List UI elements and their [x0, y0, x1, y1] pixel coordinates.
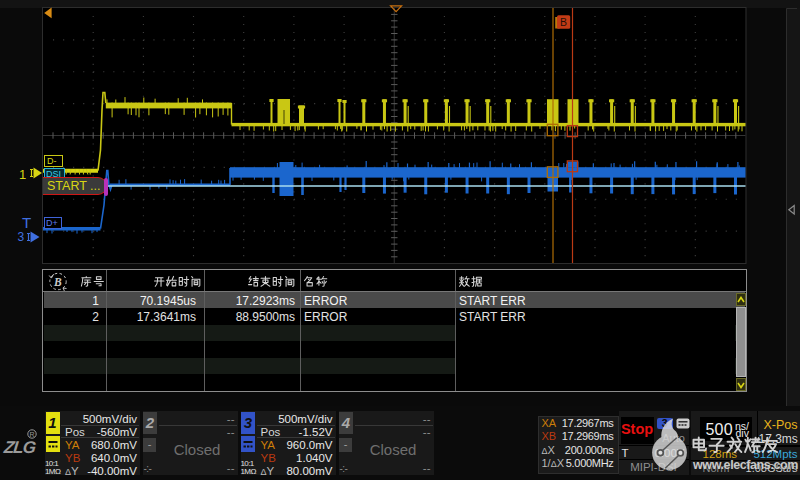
svg-text:T: T — [22, 214, 31, 231]
svg-text:B: B — [53, 276, 62, 288]
svg-text:R: R — [29, 431, 34, 438]
svg-text:B: B — [560, 16, 567, 28]
svg-text:3: 3 — [18, 230, 25, 244]
svg-text:1: 1 — [19, 167, 26, 182]
